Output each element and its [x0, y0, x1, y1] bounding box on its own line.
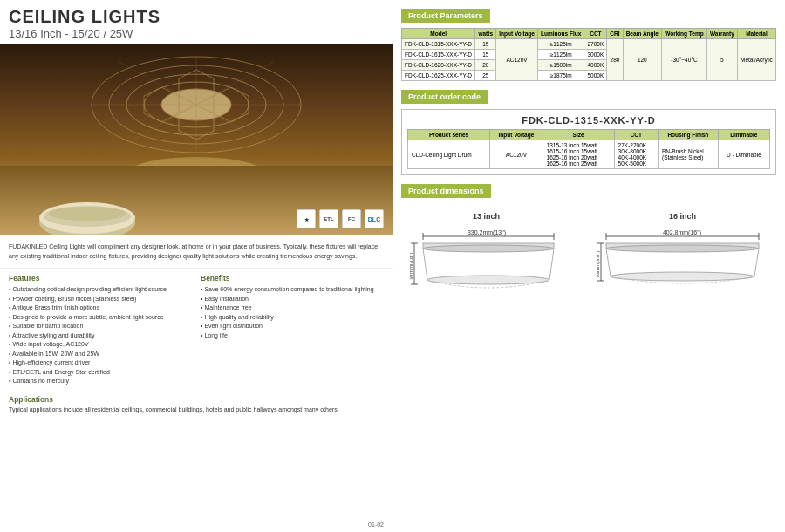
- features-col: Features Outstanding optical design prov…: [9, 274, 192, 386]
- feature-2: Powder coating, Brush nickel (Stainless …: [9, 295, 192, 304]
- cert-icons: ★ ETL FC DLC: [297, 209, 384, 228]
- feature-5: Suitable for damp location: [9, 322, 192, 331]
- dim-16inch: 16 inch 402.8mm(16"): [597, 212, 768, 306]
- td-model-2: FDK-CLD-1615-XXX-YY-D: [402, 50, 475, 60]
- dimensions-section: Product dimensions 13 inch 330.2mm(13"): [401, 184, 776, 315]
- svg-text:402.8mm(16"): 402.8mm(16"): [663, 229, 701, 236]
- td-watts-4: 25: [475, 71, 496, 81]
- cert-dlc: DLC: [365, 209, 384, 228]
- oth-size: Size: [543, 130, 614, 140]
- td-cct-2: 3000K: [584, 50, 607, 60]
- td-cct-4: 5000K: [584, 71, 607, 81]
- svg-point-28: [427, 276, 550, 284]
- svg-point-38: [606, 245, 758, 252]
- svg-line-40: [754, 249, 759, 276]
- svg-point-41: [611, 272, 754, 281]
- td-watts-3: 20: [475, 60, 496, 71]
- td-model-4: FDK-CLD-1625-XXX-YY-D: [402, 71, 475, 81]
- td-flux-2: ≥1125lm: [537, 50, 584, 60]
- description-text: FUDAKINLED Ceiling Lights will complimen…: [9, 243, 378, 259]
- td-cct-3: 4000K: [584, 60, 607, 71]
- dimensions-title: Product dimensions: [401, 184, 491, 198]
- td-material-1: Metal/Acrylic: [737, 39, 775, 81]
- feature-7: Wide input voltage, AC120V: [9, 340, 192, 350]
- td-watts-2: 15: [475, 50, 496, 60]
- page-subtitle: 13/16 Inch - 15/20 / 25W: [9, 27, 384, 40]
- otd-cct: 27K-2700K30K-3000K40K-4000K50K-5000K: [614, 140, 658, 169]
- td-voltage-1: AC120V: [496, 39, 538, 81]
- table-row: FDK-CLD-1315-XXX-YY-D 15 AC120V ≥1125lm …: [402, 39, 776, 50]
- svg-line-27: [550, 249, 554, 280]
- feature-4: Designed to provide a more subtle, ambie…: [9, 313, 192, 323]
- params-section: Product Parameters Model watts Input Vol…: [401, 9, 776, 81]
- right-panel: Product Parameters Model watts Input Vol…: [392, 0, 785, 532]
- benefits-title: Benefits: [201, 274, 384, 283]
- benefit-2: Easy installation: [201, 295, 384, 304]
- left-panel: CEILING LIGHTS 13/16 Inch - 15/20 / 25W: [0, 0, 392, 532]
- applications-text: Typical applications include all residen…: [9, 406, 384, 415]
- oth-cct: CCT: [614, 130, 658, 140]
- applications-section: Applications Typical applications includ…: [0, 392, 392, 419]
- th-luminous-flux: Luminous Flux: [537, 29, 584, 39]
- params-table: Model watts Input Voltage Luminous Flux …: [401, 28, 776, 81]
- cert-etl: ETL: [319, 209, 338, 228]
- dim1-label: 13 inch: [410, 212, 563, 221]
- td-model-1: FDK-CLD-1315-XXX-YY-D: [402, 39, 475, 50]
- cert-fc: FC: [342, 209, 361, 228]
- feature-1: Outstanding optical design providing eff…: [9, 285, 192, 295]
- otd-dimmable: D - Dimmable: [718, 140, 769, 169]
- params-title: Product Parameters: [401, 9, 490, 23]
- otd-size: 1315-13 inch 15watt1615-16 inch 15watt16…: [543, 140, 614, 169]
- cert-energy-star: ★: [297, 209, 316, 228]
- description-area: FUDAKINLED Ceiling Lights will complimen…: [0, 235, 392, 269]
- main-image: ★ ETL FC DLC: [0, 44, 392, 235]
- benefit-3: Maintenance free: [201, 304, 384, 313]
- feature-8: Available in 15W, 20W and 25W: [9, 350, 192, 359]
- order-code-section: Product order code FDK-CLD-1315-XXK-YY-D…: [401, 90, 776, 175]
- page-number: 01-02: [368, 522, 384, 528]
- oth-voltage: Input Voltage: [490, 130, 543, 140]
- svg-text:93mm(3.6"): 93mm(3.6"): [597, 250, 600, 277]
- otd-finish: BN-Brush Nickel(Stainless Steel): [658, 140, 718, 169]
- th-working-temp: Working Temp: [662, 29, 707, 39]
- td-model-3: FDK-CLD-1620-XXX-YY-D: [402, 60, 475, 71]
- td-temp-1: -30°~40°C: [662, 39, 707, 81]
- feature-6: Attractive styling and durability: [9, 331, 192, 341]
- order-header-row: Product series Input Voltage Size CCT Ho…: [408, 130, 770, 140]
- td-watts-1: 15: [475, 39, 496, 50]
- th-warranty: Warranty: [706, 29, 737, 39]
- th-beam-angle: Beam Angle: [623, 29, 662, 39]
- benefit-4: High quality and reliability: [201, 313, 384, 323]
- oth-finish: Housing Finish: [658, 130, 718, 140]
- otd-voltage: AC120V: [490, 140, 543, 169]
- benefit-6: Long life: [201, 331, 384, 341]
- order-code-table: Product series Input Voltage Size CCT Ho…: [407, 129, 770, 169]
- th-input-voltage: Input Voltage: [496, 29, 538, 39]
- dim-13inch: 13 inch 330.2mm(13"): [410, 212, 563, 306]
- td-cri-1: 280: [607, 39, 623, 81]
- page-title: CEILING LIGHTS: [9, 7, 384, 27]
- dim2-svg: 402.8mm(16") 93mm(3.6"): [597, 226, 768, 304]
- th-material: Material: [737, 29, 775, 39]
- order-code-box: FDK-CLD-1315-XXK-YY-D Product series Inp…: [401, 109, 776, 175]
- svg-line-39: [606, 249, 611, 276]
- features-section: Features Outstanding optical design prov…: [0, 269, 392, 392]
- th-watts: watts: [475, 29, 496, 39]
- feature-11: Contains no mercury: [9, 377, 192, 386]
- feature-3: Antique Brass trim finish options: [9, 304, 192, 313]
- svg-point-19: [48, 207, 126, 221]
- benefit-5: Even light distribution: [201, 322, 384, 331]
- benefits-col: Benefits Save 60% energy consumption com…: [201, 274, 384, 386]
- order-code-title: Product order code: [401, 90, 488, 104]
- applications-title: Applications: [9, 395, 384, 404]
- td-beam-1: 120: [623, 39, 662, 81]
- benefit-1: Save 60% energy consumption compared to …: [201, 285, 384, 295]
- td-flux-4: ≥1875lm: [537, 71, 584, 81]
- order-row: CLD-Ceiling Light Drum AC120V 1315-13 in…: [408, 140, 770, 169]
- table-header-row: Model watts Input Voltage Luminous Flux …: [402, 29, 776, 39]
- td-warranty-1: 5: [706, 39, 737, 81]
- td-flux-3: ≥1500lm: [537, 60, 584, 71]
- svg-text:330.2mm(13"): 330.2mm(13"): [468, 229, 506, 236]
- svg-text:97mm(3.8"): 97mm(3.8"): [410, 252, 413, 279]
- th-cri: CRI: [607, 29, 623, 39]
